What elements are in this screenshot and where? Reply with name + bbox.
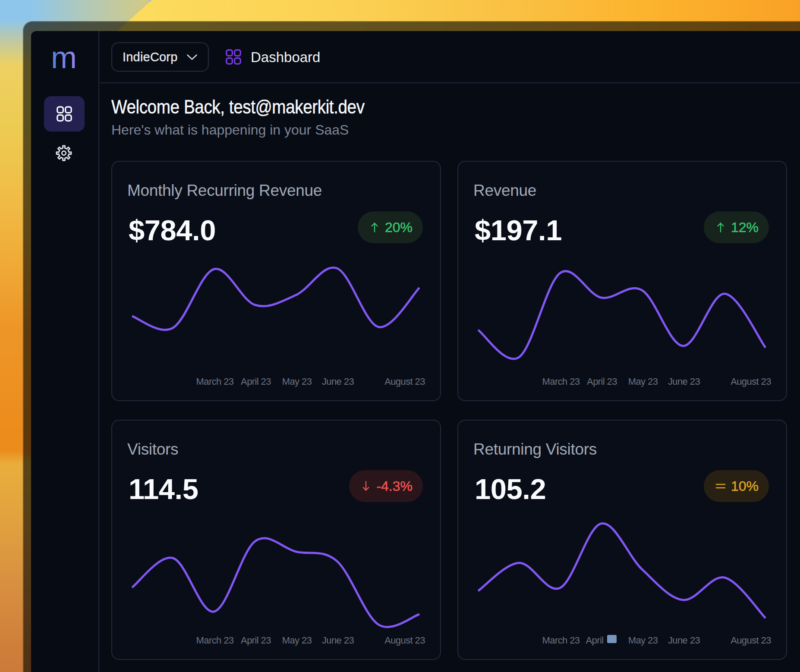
svg-text:m: m bbox=[51, 44, 77, 75]
